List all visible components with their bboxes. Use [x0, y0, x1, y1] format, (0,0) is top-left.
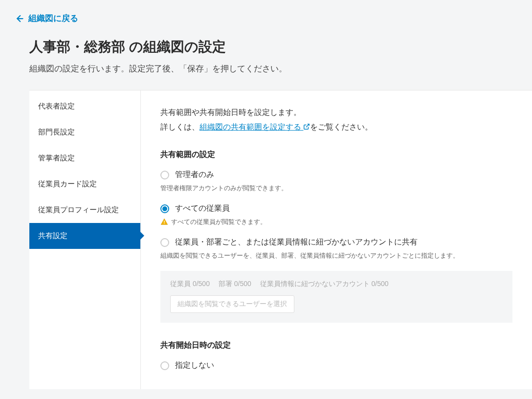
page-subtitle: 組織図の設定を行います。設定完了後、「保存」を押してください。: [29, 63, 503, 74]
arrow-left-icon: [15, 14, 23, 23]
sidebar-item-label: 代表者設定: [38, 102, 75, 110]
content: 代表者設定 部門長設定 管掌者設定 従業員カード設定 従業員プロフィール設定 共…: [29, 90, 532, 390]
radio-desc: 組織図を閲覧できるユーザーを、従業員、部署、従業員情報に紐づかないアカウントごと…: [160, 251, 512, 260]
radio-icon: [160, 171, 169, 179]
sidebar-item-supervisor[interactable]: 管掌者設定: [29, 145, 140, 171]
intro-text: 共有範囲や共有開始日時を設定します。 詳しくは、組織図の共有範囲を設定する をご…: [160, 105, 512, 135]
intro-line1: 共有範囲や共有開始日時を設定します。: [160, 105, 512, 120]
svg-rect-2: [164, 221, 164, 223]
intro-line2: 詳しくは、組織図の共有範囲を設定する をご覧ください。: [160, 120, 512, 135]
radio-label: 管理者のみ: [175, 170, 214, 180]
scope-radio-group: 管理者のみ 管理者権限アカウントのみが閲覧できます。 すべての従業員 すべての従…: [160, 170, 512, 323]
sidebar-item-label: 部門長設定: [38, 128, 75, 136]
radio-all-employees[interactable]: すべての従業員: [160, 203, 512, 214]
scope-section-title: 共有範囲の設定: [160, 150, 512, 160]
sidebar-item-sharing[interactable]: 共有設定: [29, 223, 140, 249]
radio-desc: 管理者権限アカウントのみが閲覧できます。: [160, 184, 512, 193]
sidebar-item-label: 従業員カード設定: [38, 179, 97, 188]
svg-rect-3: [164, 223, 164, 224]
radio-desc: すべての従業員が閲覧できます。: [160, 218, 512, 226]
sidebar-item-label: 管掌者設定: [38, 154, 75, 162]
radio-icon: [160, 238, 169, 247]
count-employee: 従業員 0/500: [170, 280, 210, 288]
select-users-button[interactable]: 組織図を閲覧できるユーザーを選択: [170, 295, 294, 313]
radio-icon: [160, 204, 169, 213]
sidebar-item-employee-card[interactable]: 従業員カード設定: [29, 171, 140, 197]
radio-specific[interactable]: 従業員・部署ごと、または従業員情報に紐づかないアカウントに共有: [160, 237, 512, 247]
datetime-section-title: 共有開始日時の設定: [160, 340, 512, 351]
svg-line-1: [306, 124, 309, 127]
radio-option-admin-only: 管理者のみ 管理者権限アカウントのみが閲覧できます。: [160, 170, 512, 193]
user-selection-box: 従業員 0/500 部署 0/500 従業員情報に紐づかないアカウント 0/50…: [160, 271, 512, 323]
back-link-label: 組織図に戻る: [28, 13, 78, 24]
count-dept: 部署 0/500: [219, 280, 251, 288]
sidebar-item-label: 従業員プロフィール設定: [38, 205, 119, 214]
selection-counts: 従業員 0/500 部署 0/500 従業員情報に紐づかないアカウント 0/50…: [170, 280, 503, 288]
sidebar-item-representative[interactable]: 代表者設定: [29, 93, 140, 119]
radio-admin-only[interactable]: 管理者のみ: [160, 170, 512, 180]
warning-icon: [160, 218, 168, 226]
radio-label: 従業員・部署ごと、または従業員情報に紐づかないアカウントに共有: [175, 237, 418, 247]
back-link[interactable]: 組織図に戻る: [0, 0, 78, 24]
help-link[interactable]: 組織図の共有範囲を設定する: [200, 123, 310, 131]
radio-no-datetime[interactable]: 指定しない: [160, 360, 512, 371]
count-account: 従業員情報に紐づかないアカウント 0/500: [260, 280, 389, 288]
sidebar-item-employee-profile[interactable]: 従業員プロフィール設定: [29, 197, 140, 223]
page-header: 人事部・総務部 の組織図の設定 組織図の設定を行います。設定完了後、「保存」を押…: [0, 25, 532, 90]
radio-label: 指定しない: [175, 360, 214, 371]
page-title: 人事部・総務部 の組織図の設定: [29, 38, 503, 56]
radio-label: すべての従業員: [175, 203, 230, 214]
radio-option-specific: 従業員・部署ごと、または従業員情報に紐づかないアカウントに共有 組織図を閲覧でき…: [160, 237, 512, 323]
sidebar-item-department-head[interactable]: 部門長設定: [29, 119, 140, 145]
main-panel: 共有範囲や共有開始日時を設定します。 詳しくは、組織図の共有範囲を設定する をご…: [141, 90, 532, 390]
radio-icon: [160, 361, 169, 370]
radio-option-all-employees: すべての従業員 すべての従業員が閲覧できます。: [160, 203, 512, 226]
radio-option-no-datetime: 指定しない: [160, 360, 512, 371]
sidebar-item-label: 共有設定: [38, 231, 67, 240]
settings-sidebar: 代表者設定 部門長設定 管掌者設定 従業員カード設定 従業員プロフィール設定 共…: [29, 90, 141, 390]
external-link-icon: [303, 120, 310, 135]
